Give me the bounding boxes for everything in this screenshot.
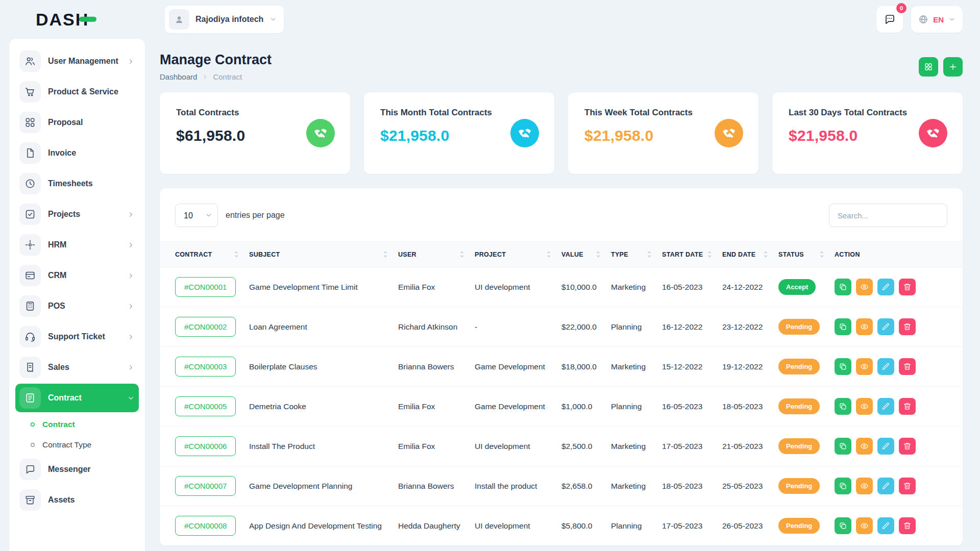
cell-type: Planning — [606, 387, 657, 427]
duplicate-button[interactable] — [835, 318, 851, 335]
table-row: #CON00001Game Development Time LimitEmil… — [160, 267, 963, 307]
sidebar-subitem-contract[interactable]: Contract — [15, 414, 139, 435]
globe-icon — [918, 14, 928, 24]
eye-icon — [860, 521, 869, 530]
cell-contract: #CON00008 — [160, 506, 244, 546]
view-button[interactable] — [856, 517, 873, 534]
contract-id-badge[interactable]: #CON00007 — [175, 476, 236, 496]
sidebar-subitem-label: Contract Type — [42, 440, 91, 449]
sort-icon — [707, 251, 712, 258]
column-header-type[interactable]: TYPE — [606, 242, 657, 267]
sidebar-item-hrm[interactable]: HRM — [15, 231, 139, 259]
edit-button[interactable] — [877, 358, 894, 375]
cell-start-date: 16-05-2023 — [657, 267, 717, 307]
edit-button[interactable] — [877, 398, 894, 415]
company-selector[interactable]: Rajodiya infotech — [165, 6, 284, 33]
cell-value: $2,658.0 — [556, 466, 606, 506]
contract-id-badge[interactable]: #CON00002 — [175, 317, 236, 337]
column-header-end-date[interactable]: END DATE — [717, 242, 773, 267]
trash-icon — [903, 482, 912, 490]
chat-bubble-icon — [19, 459, 41, 480]
delete-button[interactable] — [899, 318, 916, 335]
column-header-action[interactable]: ACTION — [829, 242, 963, 267]
contract-id-badge[interactable]: #CON00001 — [175, 277, 236, 297]
column-header-value[interactable]: VALUE — [556, 242, 606, 267]
pencil-icon — [881, 521, 890, 530]
delete-button[interactable] — [899, 279, 916, 295]
sidebar-item-support-ticket[interactable]: Support Ticket — [15, 322, 139, 351]
duplicate-button[interactable] — [835, 398, 851, 415]
messages-button[interactable]: 0 — [876, 6, 903, 33]
column-header-contract[interactable]: CONTRACT — [160, 242, 244, 267]
view-button[interactable] — [856, 318, 873, 335]
delete-button[interactable] — [899, 398, 916, 415]
sidebar-item-user-management[interactable]: User Management — [15, 47, 139, 76]
sidebar-item-timesheets[interactable]: Timesheets — [15, 169, 139, 198]
cell-type: Planning — [606, 307, 657, 347]
cell-subject: Install The Product — [244, 427, 393, 466]
column-header-start-date[interactable]: START DATE — [657, 242, 717, 267]
edit-button[interactable] — [877, 438, 894, 455]
eye-icon — [860, 322, 869, 331]
contract-id-badge[interactable]: #CON00003 — [175, 357, 236, 377]
stat-icon-circle — [306, 119, 335, 147]
trash-icon — [903, 322, 912, 331]
search-input[interactable] — [829, 204, 947, 227]
view-button[interactable] — [856, 438, 873, 455]
stat-card-title: Last 30 Days Total Contracts — [789, 108, 946, 118]
contract-id-badge[interactable]: #CON00008 — [175, 516, 236, 536]
dot-circle-icon — [30, 442, 36, 448]
view-button[interactable] — [856, 398, 873, 415]
breadcrumb-link-dashboard[interactable]: Dashboard — [160, 72, 197, 81]
cell-actions — [829, 427, 963, 466]
sidebar-item-projects[interactable]: Projects — [15, 200, 139, 229]
company-avatar-icon — [169, 9, 189, 30]
cell-project: UI development — [470, 506, 556, 546]
sidebar-item-sales[interactable]: Sales — [15, 353, 139, 382]
sidebar-item-contract[interactable]: Contract — [15, 384, 139, 412]
delete-button[interactable] — [899, 438, 916, 455]
app-logo[interactable]: DASH — [36, 10, 89, 30]
sidebar-item-product-service[interactable]: Product & Service — [15, 78, 139, 106]
duplicate-button[interactable] — [835, 478, 851, 494]
edit-button[interactable] — [877, 517, 894, 534]
sidebar-item-crm[interactable]: CRM — [15, 261, 139, 290]
duplicate-button[interactable] — [835, 279, 851, 295]
column-header-user[interactable]: USER — [393, 242, 470, 267]
delete-button[interactable] — [899, 517, 916, 534]
table-header-row: CONTRACTSUBJECTUSERPROJECTVALUETYPESTART… — [160, 242, 963, 267]
contract-id-badge[interactable]: #CON00006 — [175, 436, 236, 456]
sidebar-item-proposal[interactable]: Proposal — [15, 108, 139, 137]
grid-view-button[interactable] — [919, 57, 938, 77]
view-button[interactable] — [856, 478, 873, 494]
cell-value: $10,000.0 — [556, 267, 606, 307]
pencil-icon — [881, 482, 890, 490]
sidebar-item-pos[interactable]: POS — [15, 292, 139, 320]
delete-button[interactable] — [899, 478, 916, 494]
entries-per-page-select[interactable]: 10 — [175, 204, 218, 227]
column-header-status[interactable]: STATUS — [773, 242, 829, 267]
sidebar-item-invoice[interactable]: Invoice — [15, 139, 139, 167]
column-header-project[interactable]: PROJECT — [470, 242, 556, 267]
sidebar-nav: User ManagementProduct & ServiceProposal… — [15, 47, 139, 514]
archive-box-icon — [19, 489, 41, 511]
language-selector[interactable]: EN — [911, 6, 963, 33]
duplicate-button[interactable] — [835, 438, 851, 455]
edit-button[interactable] — [877, 279, 894, 295]
status-badge: Pending — [778, 478, 820, 494]
sidebar-item-assets[interactable]: Assets — [15, 486, 139, 514]
view-button[interactable] — [856, 279, 873, 295]
view-button[interactable] — [856, 358, 873, 375]
duplicate-button[interactable] — [835, 358, 851, 375]
delete-button[interactable] — [899, 358, 916, 375]
sidebar-item-messenger[interactable]: Messenger — [15, 455, 139, 484]
pencil-icon — [881, 283, 890, 291]
duplicate-button[interactable] — [835, 517, 851, 534]
notification-badge: 0 — [896, 3, 906, 13]
edit-button[interactable] — [877, 318, 894, 335]
add-contract-button[interactable] — [943, 57, 963, 77]
column-header-subject[interactable]: SUBJECT — [244, 242, 393, 267]
edit-button[interactable] — [877, 478, 894, 494]
contract-id-badge[interactable]: #CON00005 — [175, 396, 236, 416]
sidebar-subitem-contract-type[interactable]: Contract Type — [15, 435, 139, 455]
